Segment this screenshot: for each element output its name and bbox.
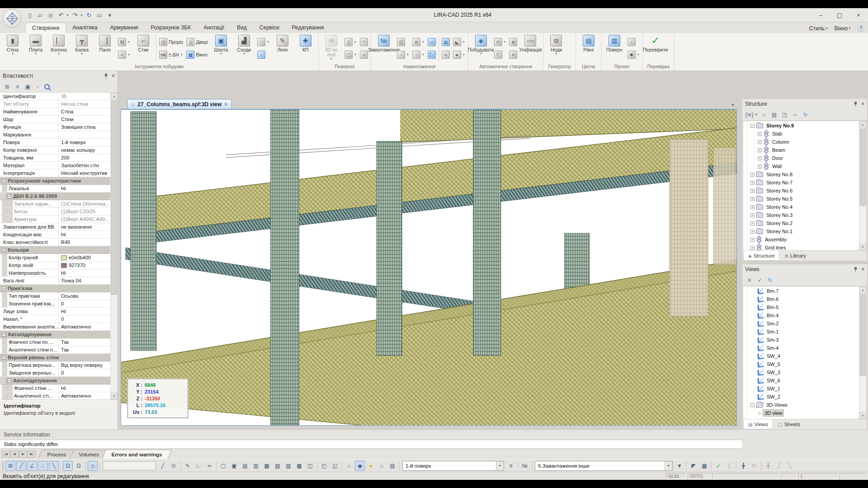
property-value[interactable]: Ні xyxy=(59,186,110,191)
loadcase-combo[interactable]: 5.Завантаження інше▼ xyxy=(535,461,673,471)
views-scrollbar[interactable]: ▲ ▼ xyxy=(859,286,866,419)
property-row[interactable]: Поверх1-й поверх xyxy=(0,139,110,146)
close-icon[interactable]: × xyxy=(224,101,227,108)
property-value[interactable]: Ні xyxy=(59,385,110,391)
property-row[interactable]: Зміщення верхньо...0 xyxy=(0,369,110,377)
tree-item[interactable]: SW_4 xyxy=(743,352,859,360)
more-options-button[interactable]: ⋮ xyxy=(724,461,734,471)
arch-button[interactable]: ◠ xyxy=(359,36,369,48)
property-row[interactable]: Аналітичної сті...Автоматично xyxy=(0,392,110,399)
home-icon[interactable]: ⌂ xyxy=(760,110,768,119)
property-row[interactable]: Нахил, °0 xyxy=(0,315,110,323)
window-menu[interactable]: Вікно▼ xyxy=(835,25,851,32)
truck-button[interactable]: ▭ xyxy=(426,36,437,48)
tree-item[interactable]: Sm-4 xyxy=(743,344,859,352)
pin-icon[interactable] xyxy=(854,267,858,272)
collapse-icon[interactable]: − xyxy=(750,403,755,407)
coordinate-input[interactable] xyxy=(103,461,156,470)
tree-item[interactable]: ⌂3D view xyxy=(743,409,859,417)
loadno-button[interactable]: №Завантаження xyxy=(373,34,395,63)
springd-button[interactable]: ∿ xyxy=(440,49,451,61)
property-value[interactable]: R45 xyxy=(59,239,110,245)
display-lines-button[interactable]: ▤ xyxy=(240,461,250,471)
expand-icon[interactable]: + xyxy=(750,246,755,250)
expand-icon[interactable]: + xyxy=(758,156,762,160)
panel-tab-sheets[interactable]: ▢Sheets xyxy=(773,419,805,429)
tree-item[interactable]: SW_6 xyxy=(743,376,859,385)
property-row[interactable]: ФункціяЗовнішня стіна xyxy=(0,123,110,131)
chevron-down-icon[interactable]: ▼ xyxy=(80,14,83,17)
magnet-screen-button[interactable]: Ω xyxy=(63,461,73,471)
tree-item[interactable]: +Grid lines xyxy=(743,244,859,250)
tree-item[interactable]: +Slab xyxy=(743,130,859,138)
collapse-icon[interactable]: − xyxy=(750,124,755,128)
mirror-right-button[interactable]: ╲ xyxy=(785,461,795,471)
retwall-button[interactable]: ◣▼ xyxy=(452,36,467,48)
tree-item[interactable]: +Beam xyxy=(743,146,859,154)
dh-button[interactable]: ±Δ± ΔН▼ xyxy=(158,49,184,61)
tree-item[interactable]: +Storey No.4 xyxy=(743,203,859,211)
bulb-storey-button[interactable]: ▤ xyxy=(387,461,397,471)
snap-line-button[interactable]: ╱ xyxy=(16,461,26,471)
tree-item[interactable]: −Storey No.9 xyxy=(743,122,859,130)
snap-segment-button[interactable]: ╲ xyxy=(49,461,59,471)
tree-item[interactable]: +Storey No.3 xyxy=(743,211,859,219)
collapse-icon[interactable]: − xyxy=(2,356,6,360)
expand-icon[interactable]: + xyxy=(758,164,762,169)
tree-item[interactable]: Bm-5 xyxy=(743,303,859,311)
display-hatch-a-button[interactable]: ▧ xyxy=(273,461,283,471)
panel-tab-views[interactable]: ▤Views xyxy=(743,419,773,429)
scroll-up-icon[interactable]: ▲ xyxy=(111,93,118,99)
property-row[interactable]: Колір поверхнінемає кольору xyxy=(0,146,110,154)
property-value[interactable]: 0 xyxy=(59,316,110,322)
barloads-button[interactable]: π▼ xyxy=(411,36,426,48)
display-hatch-b-button[interactable]: ▨ xyxy=(283,461,293,471)
window-add-icon[interactable]: ◳ xyxy=(780,110,789,119)
property-value[interactable]: 200 xyxy=(59,155,110,160)
draw-circle-button[interactable]: ⊙ xyxy=(169,461,179,471)
tree-item[interactable]: +Storey No.2 xyxy=(743,219,859,227)
arrowdown-button[interactable]: ↓▼ xyxy=(411,49,426,61)
display-shaded-button[interactable]: ▣ xyxy=(229,461,239,471)
snap-grid-button[interactable]: ⊞ xyxy=(5,461,15,471)
snap-points-button[interactable]: ∴ xyxy=(38,461,48,471)
tree-item[interactable]: +Wall xyxy=(743,162,859,170)
scroll-down-icon[interactable]: ▼ xyxy=(111,393,118,399)
property-value[interactable]: 35 xyxy=(59,94,110,99)
build-button[interactable]: ◈Побудувати▼ xyxy=(470,34,492,63)
slab-button[interactable]: ▬Плита▼ xyxy=(24,34,47,63)
tree-item[interactable]: Bm-4 xyxy=(743,311,859,319)
ribbon-tab-5[interactable]: Вид xyxy=(231,23,253,33)
open-file-button[interactable]: ▱ xyxy=(36,10,45,19)
tree-item[interactable]: +Storey No.7 xyxy=(743,178,859,187)
display-mesh-button[interactable]: ▦ xyxy=(262,461,272,471)
tree-item[interactable]: +Door xyxy=(743,154,859,162)
gridpts-button[interactable]: ∷▼ xyxy=(256,36,271,48)
tree-item[interactable]: −3D-Views xyxy=(743,401,859,409)
property-value[interactable]: Автоматично xyxy=(59,324,110,329)
property-value[interactable]: Ні xyxy=(59,309,110,314)
machine-button[interactable]: ⊡ xyxy=(396,36,410,48)
first-tab-icon[interactable]: |◀ xyxy=(2,450,10,458)
property-section[interactable]: −Верхній рівень стіни xyxy=(0,354,110,361)
property-row[interactable]: Маркування xyxy=(0,131,110,139)
property-value[interactable]: Ні xyxy=(59,232,110,237)
doclist-button[interactable]: ≣ xyxy=(508,36,519,48)
tree-item[interactable]: Bm-6 xyxy=(743,295,859,303)
last-tab-icon[interactable]: ▶| xyxy=(28,450,36,458)
shaft-button[interactable]: ▣Шахта▼ xyxy=(210,34,232,63)
joint-button[interactable]: ⌐Стик xyxy=(132,34,155,63)
beam-button[interactable]: ┳Балка▼ xyxy=(71,34,93,63)
property-row[interactable]: Товщина, мм200 xyxy=(0,154,110,162)
expand-icon[interactable]: + xyxy=(758,148,762,152)
apply-icon[interactable]: ✓ xyxy=(34,82,42,91)
storey-add-icon[interactable]: ▤ xyxy=(770,110,778,119)
property-value[interactable]: (1)Верт C20/25 xyxy=(59,209,110,214)
display-wireframe-button[interactable]: ▢ xyxy=(218,461,228,471)
ribbon-tab-2[interactable]: Армування xyxy=(104,23,145,33)
save-file-button[interactable]: ▣ xyxy=(46,10,55,19)
document-tab[interactable]: ⌂ 27_Columns_beams.spf:3D view × xyxy=(127,99,232,109)
property-section[interactable]: −Автопідрізування xyxy=(0,377,110,385)
property-value[interactable]: (1)Стена Оболочка... xyxy=(59,201,110,206)
view-isometric-button[interactable]: ◱ xyxy=(330,461,340,471)
